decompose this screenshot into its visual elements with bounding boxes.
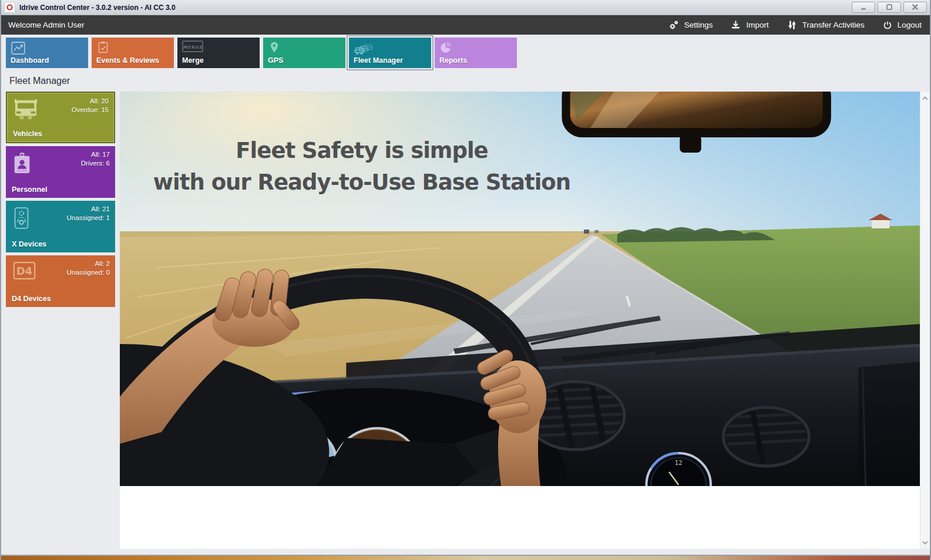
- scroll-down-button[interactable]: [922, 538, 928, 546]
- map-pin-icon: [268, 41, 281, 57]
- card-stat: Unassigned: 0: [66, 268, 110, 277]
- gears-icon: [668, 19, 680, 31]
- content-area: All: 20Overdue: 15VehiclesAll: 17Drivers…: [1, 92, 930, 549]
- app-icon: [4, 2, 15, 13]
- svg-text:D4: D4: [16, 265, 32, 277]
- app-window: Idrive Control Center - 3.0.2 version - …: [0, 0, 931, 560]
- window-title: Idrive Control Center - 3.0.2 version - …: [19, 4, 176, 12]
- welcome-text: Welcome Admin User: [8, 21, 85, 29]
- tab-label: GPS: [268, 56, 283, 65]
- card-label: Personnel: [12, 185, 47, 194]
- tab-label: Dashboard: [11, 56, 49, 65]
- main-panel: 40 50 60 100 120 140: [120, 92, 920, 549]
- card-stat: All: 2: [66, 259, 110, 268]
- scroll-up-button[interactable]: [922, 94, 928, 102]
- close-icon: [912, 2, 919, 13]
- maximize-icon: [886, 2, 893, 13]
- scrollbar-track[interactable]: [920, 102, 930, 538]
- pie-chart-icon: [439, 41, 453, 56]
- tab-label: Reports: [439, 56, 467, 65]
- transfer-activities-button[interactable]: Transfer Activities: [787, 19, 865, 31]
- tab-label: Merge: [182, 56, 204, 65]
- photo-headline-line2: with our Ready-to-Use Base Station: [153, 167, 570, 198]
- tab-reports[interactable]: Reports: [435, 38, 517, 68]
- page-title: Fleet Manager: [1, 72, 930, 92]
- svg-text:MERGE: MERGE: [183, 45, 203, 50]
- card-x-devices[interactable]: All: 21Unassigned: 1X Devices: [6, 201, 115, 252]
- x-device-icon: [12, 206, 31, 232]
- vertical-scrollbar[interactable]: [920, 92, 930, 549]
- tab-events-reviews[interactable]: Events & Reviews: [92, 38, 174, 68]
- card-stat: All: 20: [72, 97, 109, 106]
- card-stats: All: 2Unassigned: 0: [66, 259, 110, 277]
- tab-merge[interactable]: MERGEMerge: [177, 38, 260, 68]
- photo-headline: Fleet Safety is simple with our Ready-to…: [153, 135, 570, 198]
- card-label: D4 Devices: [12, 295, 51, 303]
- tab-gps[interactable]: GPS: [263, 38, 345, 68]
- power-icon: [882, 20, 893, 31]
- card-label: X Devices: [12, 240, 46, 248]
- maximize-button[interactable]: [878, 2, 901, 13]
- card-stat: All: 21: [66, 205, 110, 214]
- bus-icon: [14, 98, 38, 123]
- window-titlebar: Idrive Control Center - 3.0.2 version - …: [1, 0, 930, 15]
- tab-label: Fleet Manager: [354, 56, 403, 65]
- import-button[interactable]: Import: [730, 19, 768, 31]
- card-stat: Unassigned: 1: [66, 214, 110, 222]
- card-vehicles[interactable]: All: 20Overdue: 15Vehicles: [6, 92, 115, 143]
- bottom-gray-strip: [1, 549, 930, 555]
- svg-text:12: 12: [675, 460, 683, 466]
- merge-icon: MERGE: [182, 41, 203, 55]
- card-d4-devices[interactable]: D4All: 2Unassigned: 0D4 Devices: [6, 255, 115, 307]
- tab-dashboard[interactable]: Dashboard: [6, 38, 88, 68]
- top-toolbar: Welcome Admin User SettingsImportTransfe…: [1, 15, 930, 35]
- toolbar-action-label: Transfer Activities: [802, 21, 865, 29]
- card-stats: All: 21Unassigned: 1: [66, 205, 110, 222]
- window-controls: [852, 2, 927, 13]
- toolbar-action-label: Settings: [684, 21, 713, 29]
- line-chart-icon: [11, 41, 26, 58]
- card-stats: All: 20Overdue: 15: [72, 97, 109, 114]
- card-personnel[interactable]: All: 17Drivers: 6Personnel: [6, 146, 115, 198]
- bottom-accent-strip: [1, 556, 930, 560]
- d4-device-icon: D4: [12, 261, 36, 283]
- module-tab-bar: DashboardEvents & ReviewsMERGEMergeGPSFl…: [1, 35, 930, 72]
- import-icon: [730, 19, 741, 31]
- fleet-cars-icon: [354, 41, 376, 57]
- card-label: Vehicles: [13, 130, 42, 138]
- card-stat: Drivers: 6: [81, 159, 110, 168]
- fleet-sidebar: All: 20Overdue: 15VehiclesAll: 17Drivers…: [6, 92, 115, 549]
- card-stat: All: 17: [81, 150, 110, 159]
- transfer-arrows-icon: [787, 19, 798, 31]
- id-badge-icon: [12, 151, 32, 178]
- card-stat: Overdue: 15: [72, 106, 109, 114]
- clipboard-check-icon: [96, 41, 110, 56]
- settings-button[interactable]: Settings: [668, 19, 713, 31]
- tab-label: Events & Reviews: [96, 56, 159, 65]
- photo-headline-line1: Fleet Safety is simple: [153, 135, 570, 167]
- minimize-icon: [860, 2, 867, 13]
- tab-fleet-manager[interactable]: Fleet Manager: [349, 38, 431, 68]
- logout-button[interactable]: Logout: [882, 20, 922, 31]
- toolbar-action-label: Logout: [898, 21, 922, 29]
- toolbar-actions: SettingsImportTransfer ActivitiesLogout: [668, 19, 922, 31]
- card-stats: All: 17Drivers: 6: [81, 150, 110, 168]
- close-button[interactable]: [903, 2, 927, 13]
- toolbar-action-label: Import: [746, 21, 768, 29]
- minimize-button[interactable]: [852, 2, 875, 13]
